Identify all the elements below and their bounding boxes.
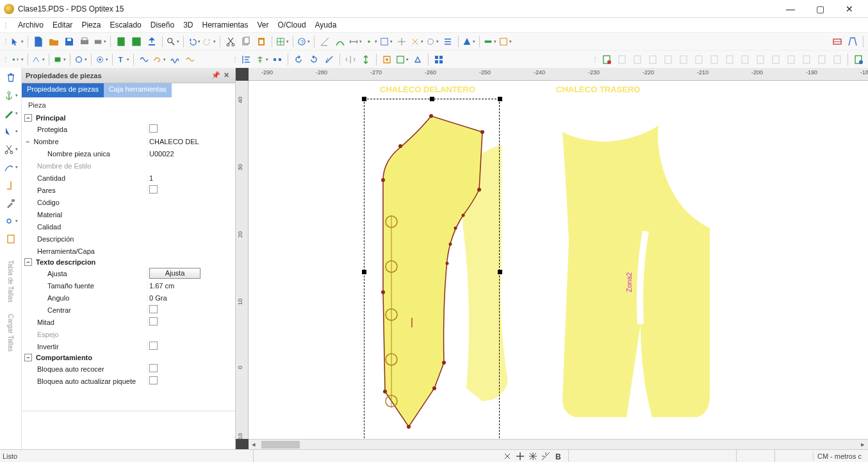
parallel-tool-button[interactable] [441, 35, 455, 49]
view-all-button[interactable] [432, 53, 446, 67]
menu-herramientas[interactable]: Herramientas [202, 21, 248, 29]
corner-button[interactable] [3, 178, 19, 192]
spiral-button[interactable] [152, 53, 167, 67]
resize-handle[interactable] [362, 270, 366, 274]
curve-button[interactable] [3, 160, 19, 174]
status-icon-2[interactable] [514, 450, 526, 462]
trace-button[interactable] [380, 53, 394, 67]
layout-button[interactable] [846, 35, 860, 49]
paste-button[interactable] [254, 35, 268, 49]
distribute-button[interactable] [270, 53, 284, 67]
menu-ver[interactable]: Ver [258, 21, 269, 29]
report-button[interactable] [3, 232, 19, 246]
upload-button[interactable] [145, 35, 159, 49]
close-button[interactable]: ✕ [835, 0, 864, 18]
menubar[interactable]: ⋮ Archivo Editar Pieza Escalado Diseño 3… [0, 18, 868, 32]
ajusta-button[interactable]: Ajusta [149, 268, 201, 279]
status-icon-3[interactable] [527, 450, 539, 462]
edit-point-button[interactable] [3, 106, 19, 120]
checkbox-invertir[interactable] [149, 342, 158, 350]
maximize-button[interactable]: ▢ [805, 0, 835, 18]
marker-button[interactable] [830, 35, 844, 49]
angle-tool-button[interactable] [318, 35, 332, 49]
anchor-button[interactable] [3, 88, 19, 103]
scissors-button[interactable] [3, 142, 19, 156]
print-preview-button[interactable] [93, 35, 107, 49]
notch-tool-button[interactable] [462, 35, 476, 49]
point-tool-button[interactable] [364, 35, 378, 49]
connect-button[interactable] [31, 53, 45, 67]
menu-ocloud[interactable]: O/Cloud [278, 21, 306, 29]
help-button[interactable]: ? [297, 35, 311, 49]
flip-h-button[interactable] [343, 53, 357, 67]
checkbox-protegida[interactable] [149, 124, 158, 133]
checkbox-mitad[interactable] [149, 317, 158, 326]
pin-icon[interactable]: 📌 [211, 71, 221, 79]
flip-tool-button[interactable] [395, 35, 409, 49]
print-button[interactable] [78, 35, 92, 49]
redo-button[interactable] [202, 35, 217, 49]
resize-handle[interactable] [430, 97, 434, 101]
open-button[interactable] [47, 35, 61, 49]
menu-ayuda[interactable]: Ayuda [315, 21, 337, 29]
import-button[interactable] [114, 35, 128, 49]
minimize-button[interactable]: — [776, 0, 805, 18]
horizontal-scrollbar[interactable]: ◂ ▸ [249, 439, 868, 449]
text-button[interactable]: T [116, 53, 130, 67]
checkbox-piquete[interactable] [149, 376, 158, 384]
copy-button[interactable] [239, 35, 253, 49]
menu-pieza[interactable]: Pieza [81, 21, 101, 29]
status-icon-5[interactable]: B [553, 450, 564, 462]
new-button[interactable] [31, 35, 45, 49]
menu-3d[interactable]: 3D [183, 21, 193, 29]
zoom-button[interactable] [166, 35, 180, 49]
doc-a-button[interactable] [600, 53, 614, 67]
rotate-angle-button[interactable] [322, 53, 336, 67]
tab-caja[interactable]: Caja herramientas [104, 83, 172, 97]
grid-tool-button[interactable] [275, 35, 290, 49]
group-principal[interactable]: −Principal [22, 113, 235, 123]
edit-trace-button[interactable] [395, 53, 409, 67]
size-tool-button[interactable] [498, 35, 512, 49]
properties-grid[interactable]: −Principal Protegida − Nombre CHALECO DE… [22, 113, 235, 411]
resize-handle[interactable] [498, 270, 502, 274]
link-button[interactable] [3, 214, 19, 228]
seam-tool-button[interactable] [483, 35, 497, 49]
value-nombre-unica[interactable]: U00022 [147, 150, 235, 158]
curve-tool-button[interactable] [333, 35, 347, 49]
selection-bounding-box[interactable] [364, 99, 500, 439]
status-icon-4[interactable] [540, 450, 552, 462]
align-left-button[interactable] [240, 53, 254, 67]
value-tamano[interactable]: 1.67 cm [147, 282, 235, 290]
rotate-ccw-button[interactable] [291, 53, 306, 67]
menu-diseno[interactable]: Diseño [151, 21, 174, 29]
trash-button[interactable] [3, 70, 19, 85]
checkbox-recocer[interactable] [149, 364, 158, 372]
menu-escalado[interactable]: Escalado [110, 21, 141, 29]
wave-button[interactable] [137, 53, 151, 67]
group-comportamiento[interactable]: −Comportamiento [22, 352, 235, 363]
hammer-button[interactable] [3, 196, 19, 210]
outline-button[interactable] [411, 53, 425, 67]
merge-tool-button[interactable] [425, 35, 439, 49]
tab-cargar[interactable]: Cargar Tallas [7, 314, 14, 352]
tab-propiedades[interactable]: Propiedades de piezas [22, 83, 104, 97]
menu-archivo[interactable]: Archivo [18, 21, 44, 29]
value-cantidad[interactable]: 1 [147, 174, 235, 182]
rect-piece-button[interactable] [53, 53, 67, 67]
align-center-button[interactable] [255, 53, 269, 67]
doc-b-button[interactable] [851, 53, 865, 67]
target-button[interactable] [95, 53, 109, 67]
checkbox-pares[interactable] [149, 185, 158, 194]
menu-editar[interactable]: Editar [53, 21, 72, 29]
resize-handle[interactable] [362, 97, 366, 101]
tab-tallas[interactable]: Tabla de Tallas [7, 260, 14, 302]
circle-o-button[interactable] [74, 53, 88, 67]
checkbox-centrar[interactable] [149, 305, 158, 313]
rotate-cw-button[interactable] [307, 53, 321, 67]
group-texto[interactable]: −Texto descripcion [22, 257, 235, 267]
resize-handle[interactable] [498, 97, 502, 101]
value-angulo[interactable]: 0 Gra [147, 294, 235, 302]
undo-button[interactable] [187, 35, 201, 49]
zigzag-button[interactable] [168, 53, 182, 67]
